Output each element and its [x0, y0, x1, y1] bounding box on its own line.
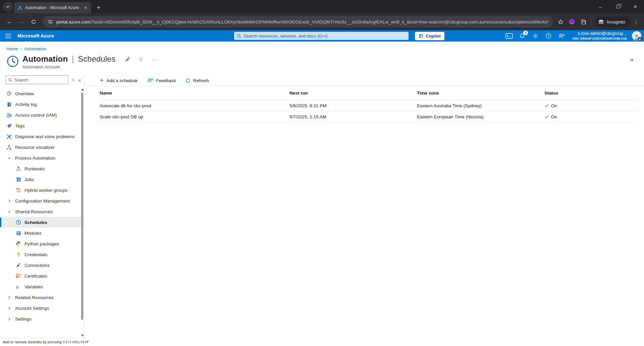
close-blade-button[interactable]: ×	[630, 56, 634, 63]
table-row[interactable]: Autoscale db for cbc-prod5/6/2025, 8:31 …	[100, 100, 637, 111]
sidebar-item-diagnose-and-solve-problems[interactable]: Diagnose and solve problems	[0, 131, 84, 142]
notifications-button[interactable]: 3	[518, 32, 527, 40]
sidebar-item-label: Variables	[24, 284, 43, 289]
refresh-button[interactable]: Refresh	[185, 78, 209, 83]
automation-account-icon	[6, 55, 19, 68]
tab-close-icon[interactable]: ×	[83, 5, 89, 11]
window-restore-button[interactable]	[609, 0, 627, 13]
sidebar-item-python-packages[interactable]: Python packages	[0, 238, 84, 249]
window-minimize-button[interactable]: –	[592, 0, 609, 13]
sidebar-search-input[interactable]: Search	[5, 75, 68, 84]
sidebar-item-monitoring[interactable]: Monitoring	[0, 324, 84, 327]
portal-menu-button[interactable]	[3, 31, 13, 41]
favorite-star-icon[interactable]: ☆	[138, 56, 143, 63]
sidebar-item-schedules[interactable]: Schedules	[0, 217, 84, 228]
sidebar-item-label: Modules	[24, 231, 42, 236]
sidebar-item-resource-visualizer[interactable]: Resource visualizer	[0, 142, 84, 153]
sidebar-item-label: Related Resources	[15, 295, 54, 300]
bookmark-button[interactable]	[556, 17, 565, 26]
forward-button[interactable]: →	[16, 16, 27, 27]
breadcrumb-home-link[interactable]: Home	[6, 46, 18, 51]
status-label: On	[551, 103, 557, 108]
collapse-menu-icon[interactable]: «	[78, 77, 81, 83]
pin-icon[interactable]	[125, 56, 130, 62]
sidebar-item-hybrid-worker-groups[interactable]: Hybrid worker groups	[0, 185, 84, 195]
address-bar[interactable]: portal.azure.com/?ocid=AIDcmm65fb3q8t_SE…	[43, 16, 553, 27]
hybrid-worker-groups-icon	[15, 187, 21, 193]
browser-menu-button[interactable]: ⋮	[631, 19, 641, 25]
overview-icon	[6, 91, 12, 96]
azure-brand[interactable]: Microsoft Azure	[17, 33, 54, 39]
plus-icon: +	[100, 77, 104, 84]
browser-toolbar: ← → portal.azure.com/?ocid=AIDcmm65fb3q8…	[0, 13, 644, 30]
breadcrumb-current-link[interactable]: Automation	[24, 46, 46, 51]
table-header: NameNext runTime zoneStatus	[100, 86, 637, 100]
account-info[interactable]: s.rose.admin@cbcgroup... CBC GROUP (CBCG…	[572, 31, 627, 41]
sidebar-item-certificates[interactable]: Certificates	[0, 271, 84, 281]
sidebar-item-jobs[interactable]: Jobs	[0, 174, 84, 185]
help-button[interactable]: ?	[544, 32, 553, 40]
back-button[interactable]: ←	[4, 16, 15, 27]
url-text: portal.azure.com/?ocid=AIDcmm65fb3q8t_SE…	[56, 19, 548, 24]
user-email: s.rose.admin@cbcgroup...	[572, 31, 627, 37]
sidebar-item-label: Diagnose and solve problems	[15, 134, 75, 139]
sidebar-item-label: Overview	[15, 91, 34, 96]
sidebar-item-overview[interactable]: Overview	[0, 88, 84, 99]
sidebar-item-connections[interactable]: Connections	[0, 260, 84, 271]
sidebar-item-process-automation[interactable]: Process Automation	[0, 153, 84, 163]
new-tab-button[interactable]: +	[94, 3, 103, 12]
cell-name[interactable]: Scale cbc-post DB up	[100, 114, 289, 119]
sidebar-item-shared-resources[interactable]: Shared Resources	[0, 206, 84, 217]
sidebar-item-modules[interactable]: Modules	[0, 228, 84, 238]
browser-tab[interactable]: Automation - Microsoft Azure ×	[14, 2, 91, 13]
tab-search-button[interactable]	[3, 2, 13, 12]
sidebar-item-label: Process Automation	[15, 156, 55, 161]
scroll-down-icon[interactable]	[81, 335, 84, 337]
avatar[interactable]	[632, 31, 641, 41]
extensions-button[interactable]	[579, 17, 588, 26]
global-search-input[interactable]: Search resources, services, and docs (G+…	[234, 32, 409, 40]
sidebar-item-related-resources[interactable]: Related Resources	[0, 292, 84, 303]
window-close-button[interactable]: ×	[627, 0, 644, 13]
sidebar-scrollbar[interactable]	[81, 89, 84, 337]
sidebar-item-account-settings[interactable]: Account Settings	[0, 303, 84, 313]
sidebar-item-label: Tags	[15, 123, 25, 128]
sidebar-item-credentials[interactable]: Credentials	[0, 249, 84, 260]
sidebar-item-configuration-management[interactable]: Configuration Management	[0, 195, 84, 206]
sidebar-item-access-control-iam[interactable]: Access control (IAM)	[0, 110, 84, 120]
column-header-time-zone[interactable]: Time zone	[417, 91, 544, 96]
feedback-command-button[interactable]: Feedback	[147, 78, 176, 83]
copilot-button[interactable]: Copilot	[415, 32, 444, 40]
sidebar-item-variables[interactable]: fxVariables	[0, 281, 84, 292]
add-schedule-button[interactable]: + Add a schedule	[100, 77, 138, 84]
cloud-shell-button[interactable]	[505, 32, 514, 40]
user-tenant: CBC GROUP (CBCGROUP.COM.AU)	[572, 37, 627, 41]
sidebar-item-settings[interactable]: Settings	[0, 313, 84, 324]
hamburger-icon	[5, 34, 11, 38]
settings-button[interactable]	[531, 32, 540, 40]
column-header-name[interactable]: Name	[100, 91, 289, 96]
column-header-next-run[interactable]: Next run	[289, 91, 417, 96]
chevron-right-icon	[6, 199, 12, 203]
more-options-icon[interactable]: ···	[152, 56, 158, 62]
scrollbar-thumb[interactable]	[81, 93, 83, 320]
chevron-down-icon	[6, 210, 12, 214]
cell-name[interactable]: Autoscale db for cbc-prod	[100, 103, 289, 108]
column-header-status[interactable]: Status	[544, 91, 637, 96]
scroll-up-icon[interactable]	[81, 89, 84, 91]
extension-avatar-button[interactable]	[567, 17, 577, 26]
notification-count-badge: 3	[523, 31, 528, 35]
feedback-button[interactable]	[557, 32, 566, 40]
person-feedback-icon	[147, 78, 153, 83]
cell-status: On	[544, 114, 637, 119]
sidebar-item-tags[interactable]: Tags	[0, 120, 84, 131]
command-bar: + Add a schedule Feedback Refresh	[84, 75, 644, 86]
table-row[interactable]: Scale cbc-post DB up5/7/2025, 1:15 AMEas…	[100, 111, 637, 122]
sidebar-item-runbooks[interactable]: Runbooks	[0, 163, 84, 174]
manage-view-icon[interactable]: ◇	[72, 77, 75, 82]
cell-time-zone: Eastern Australia Time (Sydney)	[417, 103, 544, 108]
chevron-right-icon: ›	[20, 47, 22, 51]
reload-button[interactable]	[28, 16, 39, 27]
sidebar-item-activity-log[interactable]: Activity log	[0, 99, 84, 110]
title-separator: |	[71, 55, 74, 64]
